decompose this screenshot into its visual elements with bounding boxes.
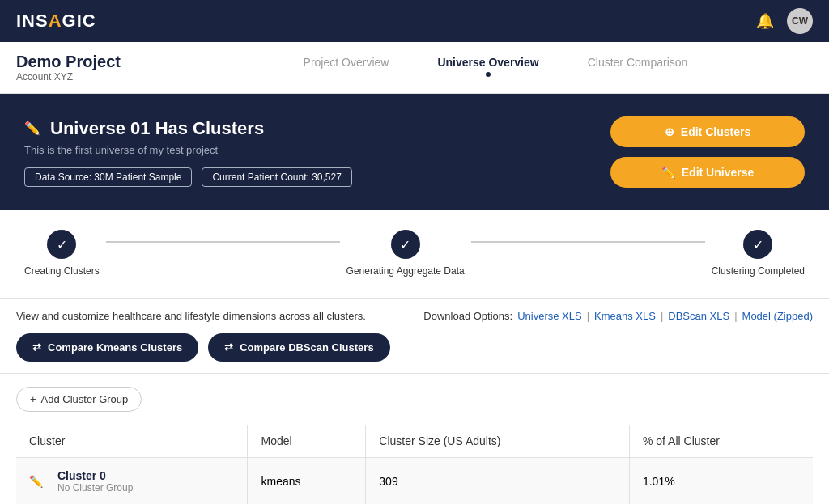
separator-3: | [734, 310, 737, 322]
pct-cell-0: 1.01% [629, 458, 813, 505]
logo: INSAGIC [16, 11, 96, 32]
header-right: 🔔 CW [756, 8, 813, 34]
separator-1: | [587, 310, 589, 322]
col-cluster: Cluster [16, 425, 248, 458]
tab-cluster-comparison[interactable]: Cluster Comparison [588, 56, 688, 80]
table-header-row: Cluster Model Cluster Size (US Adults) %… [16, 425, 813, 458]
step-clustering-completed: ✓ Clustering Completed [712, 230, 805, 277]
project-name: Demo Project [16, 53, 178, 71]
compare-dbscan-icon: ⇄ [224, 341, 233, 354]
table-body: ✏️ Cluster 0 No Cluster Group kmeans 309… [16, 458, 813, 505]
account-name: Account XYZ [16, 71, 178, 83]
nav-tabs: Project Overview Universe Overview Clust… [178, 56, 813, 80]
step-line-2 [471, 241, 705, 243]
col-pct: % of All Cluster [629, 425, 813, 458]
row-edit-icon-0[interactable]: ✏️ [29, 475, 43, 488]
step-label-1: Creating Clusters [24, 265, 100, 277]
add-cluster-group-button[interactable]: + Add Cluster Group [16, 387, 142, 412]
top-header: INSAGIC 🔔 CW [0, 0, 829, 42]
download-label: Download Options: [423, 310, 512, 322]
separator-2: | [661, 310, 663, 322]
plus-circle-icon: ⊕ [665, 125, 674, 138]
compare-kmeans-icon: ⇄ [32, 341, 41, 354]
steps-row: ✓ Creating Clusters ✓ Generating Aggrega… [24, 230, 805, 277]
toolbar-buttons: ⇄ Compare Kmeans Clusters ⇄ Compare DBSc… [16, 333, 813, 362]
avatar[interactable]: CW [787, 8, 813, 34]
cluster-table: Cluster Model Cluster Size (US Adults) %… [16, 425, 813, 504]
universe-title: Universe 01 Has Clusters [50, 118, 264, 139]
col-cluster-size: Cluster Size (US Adults) [366, 425, 630, 458]
project-info: Demo Project Account XYZ [16, 53, 178, 83]
logo-accent: A [49, 11, 62, 31]
nav-bar: Demo Project Account XYZ Project Overvie… [0, 42, 829, 94]
notification-bell-icon[interactable]: 🔔 [756, 12, 774, 30]
universe-title-row: ✏️ Universe 01 Has Clusters [24, 118, 352, 139]
step-circle-1: ✓ [47, 230, 76, 259]
universe-info: ✏️ Universe 01 Has Clusters This is the … [24, 118, 352, 187]
steps-section: ✓ Creating Clusters ✓ Generating Aggrega… [0, 210, 829, 299]
active-tab-dot [486, 72, 491, 77]
toolbar-top: View and customize healthcare and lifest… [16, 310, 813, 322]
step-label-3: Clustering Completed [712, 265, 805, 277]
universe-actions: ⊕ Edit Clusters ✏️ Edit Universe [610, 116, 805, 188]
table-section: + Add Cluster Group Cluster Model Cluste… [0, 374, 829, 504]
download-dbscan-xls[interactable]: DBScan XLS [668, 310, 729, 322]
universe-subtitle: This is the first universe of my test pr… [24, 144, 352, 156]
step-line-1 [106, 241, 340, 243]
download-kmeans-xls[interactable]: Kmeans XLS [594, 310, 656, 322]
toolbar-description: View and customize healthcare and lifest… [16, 310, 366, 322]
toolbar-section: View and customize healthcare and lifest… [0, 299, 829, 374]
edit-clusters-button[interactable]: ⊕ Edit Clusters [610, 116, 805, 147]
model-cell-0: kmeans [248, 458, 366, 505]
step-circle-3: ✓ [743, 230, 772, 259]
cluster-name-cell: ✏️ Cluster 0 No Cluster Group [16, 458, 248, 505]
col-model: Model [248, 425, 366, 458]
cluster-name-0: Cluster 0 [57, 469, 133, 482]
download-universe-xls[interactable]: Universe XLS [517, 310, 581, 322]
plus-icon: + [30, 393, 36, 405]
download-model-zipped[interactable]: Model (Zipped) [742, 310, 813, 322]
cluster-size-cell-0: 309 [366, 458, 630, 505]
universe-tags: Data Source: 30M Patient Sample Current … [24, 167, 352, 187]
compare-dbscan-button[interactable]: ⇄ Compare DBScan Clusters [208, 333, 389, 362]
universe-banner: ✏️ Universe 01 Has Clusters This is the … [0, 94, 829, 210]
download-options: Download Options: Universe XLS | Kmeans … [423, 310, 813, 322]
edit-universe-button[interactable]: ✏️ Edit Universe [610, 157, 805, 188]
cluster-group-0: No Cluster Group [57, 482, 133, 493]
step-generating-aggregate: ✓ Generating Aggregate Data [346, 230, 465, 277]
data-source-tag: Data Source: 30M Patient Sample [24, 167, 192, 187]
tab-project-overview[interactable]: Project Overview [304, 56, 389, 80]
edit-universe-pencil-icon: ✏️ [661, 166, 675, 179]
step-circle-2: ✓ [391, 230, 420, 259]
compare-kmeans-button[interactable]: ⇄ Compare Kmeans Clusters [16, 333, 198, 362]
patient-count-tag: Current Patient Count: 30,527 [202, 167, 351, 187]
step-creating-clusters: ✓ Creating Clusters [24, 230, 100, 277]
step-label-2: Generating Aggregate Data [346, 265, 465, 277]
table-row: ✏️ Cluster 0 No Cluster Group kmeans 309… [16, 458, 813, 505]
tab-universe-overview[interactable]: Universe Overview [437, 56, 538, 80]
universe-title-edit-icon[interactable]: ✏️ [24, 121, 40, 136]
